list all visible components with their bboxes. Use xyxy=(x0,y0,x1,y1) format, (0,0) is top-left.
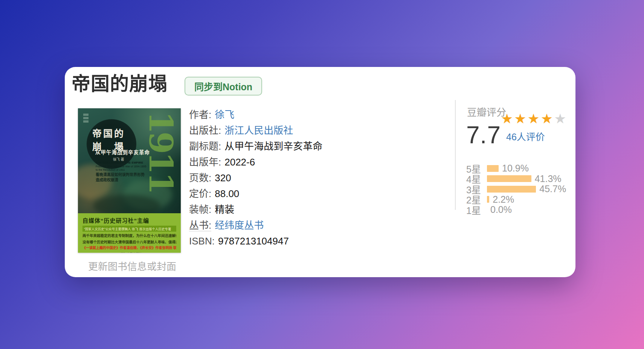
cover-artwork: 1911 帝国的崩 塌 从甲午海战到辛亥革命 徐飞 著 THE COLLAPSE… xyxy=(78,108,181,213)
rating-distribution: 5星10.9% 4星41.3% 3星45.7% 2星2.2% 1星0.0% xyxy=(466,163,566,215)
meta-row-isbn: ISBN:9787213104947 xyxy=(189,233,322,249)
star-filled-icon: ★ xyxy=(501,111,514,126)
meta-row-author: 作者:徐飞 xyxy=(189,107,322,123)
book-metadata-list: 作者:徐飞 出版社:浙江人民出版社 副标题:从甲午海战到辛亥革命 出版年:202… xyxy=(189,107,322,249)
cover-english-title: THE COLLAPSE OF THE EMPIRE From the Sino… xyxy=(96,161,146,172)
meta-row-publisher: 出版社:浙江人民出版社 xyxy=(189,123,322,138)
star-empty-icon: ★ xyxy=(554,111,567,126)
meta-row-series: 丛书:经纬度丛书 xyxy=(189,217,322,233)
vertical-divider xyxy=(455,100,456,210)
meta-row-binding: 装帧:精装 xyxy=(189,202,322,217)
dist-bar xyxy=(487,175,531,182)
star-filled-icon: ★ xyxy=(541,111,554,126)
dist-bar xyxy=(487,196,489,203)
dist-bar xyxy=(487,186,536,193)
cover-band-line: 两千年来超稳定的君主专制制度，为什么在十八年间迅速解体？ xyxy=(82,233,176,238)
page-title: 帝国的崩塌 xyxy=(72,68,168,96)
star-rating: ★★★★★ xyxy=(501,112,567,126)
rating-score: 7.7 xyxy=(466,121,501,149)
cover-tagline: 看晚清高层如何误判世界形势 造成政权崩溃 xyxy=(96,172,145,183)
meta-row-price: 定价:88.00 xyxy=(189,186,322,202)
publisher-link[interactable]: 浙江人民出版社 xyxy=(224,125,293,136)
votes-link[interactable]: 46人评价 xyxy=(506,129,545,143)
cover-bottom-band: 自媒体“历史研习社”主编 “国家人文历史”公众号主要撰稿人 徐飞 首次出版个人历… xyxy=(78,213,181,253)
star-filled-icon: ★ xyxy=(528,111,541,126)
cover-publisher: 浙江人民出版社 xyxy=(82,252,176,253)
cover-band-heading: 自媒体“历史研习社”主编 xyxy=(82,216,176,224)
cover-band-line: 没有哪个历史时期比大清帝国最后十八年更耐人寻味、值得反思的 xyxy=(82,239,176,244)
series-seal-mark xyxy=(83,114,89,126)
meta-row-pages: 页数:320 xyxy=(189,170,322,186)
author-link[interactable]: 徐飞 xyxy=(215,109,234,120)
book-info-card: 帝国的崩塌 同步到Notion 1911 帝国的崩 塌 从甲午海战到辛亥革命 徐… xyxy=(65,67,575,277)
dist-row-1star: 1星0.0% xyxy=(466,205,566,215)
cover-subtitle: 从甲午海战到辛亥革命 xyxy=(95,148,150,156)
series-link[interactable]: 经纬度丛书 xyxy=(215,220,264,231)
meta-row-pubyear: 出版年:2022-6 xyxy=(189,154,322,170)
cover-band-recommendation: 《一读就上瘾的中国史》作者温伯陵、《弃长安》作者张明扬 联合推荐 xyxy=(82,245,176,250)
sync-to-notion-button[interactable]: 同步到Notion xyxy=(185,77,262,96)
star-filled-icon: ★ xyxy=(514,111,527,126)
dist-bar xyxy=(487,165,499,172)
cover-band-sub: “国家人文历史”公众号主要撰稿人 徐飞 首次出版个人历史专著 xyxy=(82,226,176,232)
book-cover[interactable]: 1911 帝国的崩 塌 从甲午海战到辛亥革命 徐飞 著 THE COLLAPSE… xyxy=(78,108,181,253)
update-book-info-link[interactable]: 更新图书信息或封面 xyxy=(88,259,176,273)
rating-header: 豆瓣评分 xyxy=(467,105,506,118)
meta-row-subtitle: 副标题:从甲午海战到辛亥革命 xyxy=(189,138,322,154)
